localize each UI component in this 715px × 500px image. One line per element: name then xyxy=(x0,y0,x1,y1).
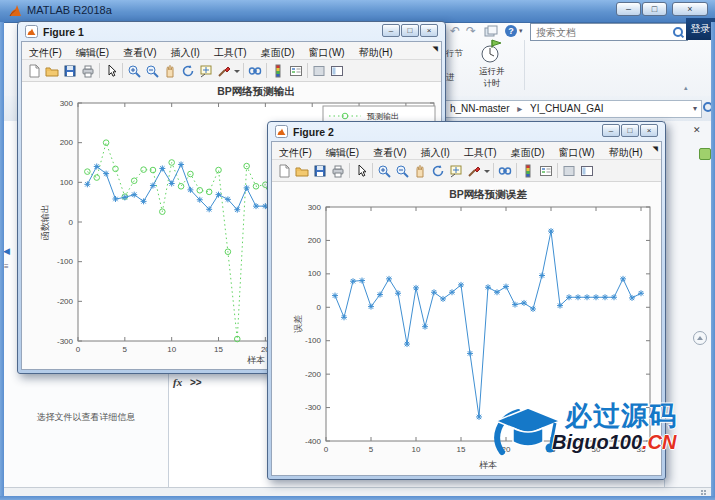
show-plot-tools-icon[interactable] xyxy=(328,64,346,78)
svg-text:10: 10 xyxy=(167,345,176,354)
search-input[interactable] xyxy=(534,25,668,39)
figure1-titlebar[interactable]: Figure 1 xyxy=(25,25,84,39)
fig2-menu-item-3[interactable]: 插入(I) xyxy=(413,144,456,160)
brush-dropdown-icon[interactable] xyxy=(233,64,241,78)
open-folder-icon[interactable] xyxy=(293,164,311,178)
ribbon-separator xyxy=(524,40,525,90)
fig1-maximize-button[interactable]: □ xyxy=(401,24,419,37)
figure2-window[interactable]: Figure 2 – □ × 文件(F)编辑(E)查看(V)插入(I)工具(T)… xyxy=(267,121,666,480)
data-cursor-icon[interactable] xyxy=(197,64,215,78)
svg-text:样本: 样本 xyxy=(479,460,497,470)
zoom-in-icon[interactable] xyxy=(375,164,393,178)
main-minimize-button[interactable]: – xyxy=(616,2,641,16)
link-plots-icon[interactable] xyxy=(496,164,514,178)
hamburger-icon[interactable]: ≡ xyxy=(4,262,9,271)
ribbon-collapse-icon[interactable]: ▴ xyxy=(684,84,688,92)
zoom-out-icon[interactable] xyxy=(143,64,161,78)
svg-text:预测输出: 预测输出 xyxy=(367,112,399,121)
brush-icon[interactable] xyxy=(215,64,233,78)
fig1-minimize-button[interactable]: – xyxy=(382,24,400,37)
insert-colorbar-icon[interactable] xyxy=(269,64,287,78)
figure2-chart: 05101520253035-400-300-200-1000100200300… xyxy=(272,182,661,476)
pointer-icon[interactable] xyxy=(352,164,370,178)
fig2-close-button[interactable]: × xyxy=(640,124,658,137)
print-icon[interactable] xyxy=(79,64,97,78)
ribbon-cut-label-2: 进 xyxy=(446,72,455,84)
fig2-menu-item-4[interactable]: 工具(T) xyxy=(457,144,504,160)
run-and-time-button[interactable]: 运行并 计时 xyxy=(466,38,518,92)
new-file-icon[interactable] xyxy=(25,64,43,78)
fig2-minimize-button[interactable]: – xyxy=(602,124,620,137)
scroll-up-button[interactable] xyxy=(693,331,707,345)
zoom-out-icon[interactable] xyxy=(393,164,411,178)
search-icon[interactable] xyxy=(673,27,683,37)
data-cursor-icon[interactable] xyxy=(447,164,465,178)
panel-close-icon[interactable]: ✕ xyxy=(693,125,701,135)
show-plot-tools-icon[interactable] xyxy=(578,164,596,178)
pan-hand-icon[interactable] xyxy=(411,164,429,178)
fig2-menu-item-0[interactable]: 文件(F) xyxy=(272,144,319,160)
fig2-menu-item-7[interactable]: 帮助(H) xyxy=(602,144,650,160)
fig2-menu-item-6[interactable]: 窗口(W) xyxy=(552,144,602,160)
undo-icon[interactable]: ↶ xyxy=(450,24,460,38)
print-icon[interactable] xyxy=(329,164,347,178)
insert-legend-icon[interactable] xyxy=(287,64,305,78)
breadcrumb-caret-icon[interactable]: ▾ xyxy=(693,101,697,117)
back-arrow-icon[interactable]: ◀ xyxy=(3,246,10,256)
fig2-menubar: 文件(F)编辑(E)查看(V)插入(I)工具(T)桌面(D)窗口(W)帮助(H)… xyxy=(272,142,661,160)
figure-icon xyxy=(275,125,288,140)
hide-plot-tools-icon[interactable] xyxy=(310,64,328,78)
fig2-menu-item-2[interactable]: 查看(V) xyxy=(366,144,413,160)
pan-hand-icon[interactable] xyxy=(161,64,179,78)
svg-text:5: 5 xyxy=(369,445,374,454)
toolbar-separator xyxy=(266,63,267,78)
fig1-menu-item-7[interactable]: 帮助(H) xyxy=(352,44,400,60)
open-folder-icon[interactable] xyxy=(43,64,61,78)
new-file-icon[interactable] xyxy=(275,164,293,178)
rotate-3d-icon[interactable] xyxy=(179,64,197,78)
svg-text:样本: 样本 xyxy=(247,355,265,365)
breadcrumb-path[interactable]: h_NN-master xyxy=(450,103,509,114)
brush-dropdown-icon[interactable] xyxy=(483,164,491,178)
fig1-menu-item-3[interactable]: 插入(I) xyxy=(163,44,206,60)
fig2-menu-item-1[interactable]: 编辑(E) xyxy=(319,144,366,160)
help-dropdown-icon[interactable]: ▾ xyxy=(519,27,523,35)
menu-overflow-icon[interactable]: ◥ xyxy=(653,145,658,153)
rotate-3d-icon[interactable] xyxy=(429,164,447,178)
link-plots-icon[interactable] xyxy=(246,64,264,78)
save-icon[interactable] xyxy=(61,64,79,78)
pointer-icon[interactable] xyxy=(102,64,120,78)
brush-icon[interactable] xyxy=(465,164,483,178)
fig1-menu-item-0[interactable]: 文件(F) xyxy=(22,44,69,60)
svg-text:0: 0 xyxy=(69,218,74,227)
fig1-menu-item-6[interactable]: 窗口(W) xyxy=(302,44,352,60)
resize-grip[interactable] xyxy=(701,490,707,495)
window-border xyxy=(0,22,4,496)
save-icon[interactable] xyxy=(311,164,329,178)
figure2-titlebar[interactable]: Figure 2 xyxy=(275,125,334,139)
main-close-button[interactable]: × xyxy=(672,2,708,16)
figure2-plot: 05101520253035-400-300-200-1000100200300… xyxy=(272,182,661,476)
insert-colorbar-icon[interactable] xyxy=(519,164,537,178)
zoom-in-icon[interactable] xyxy=(125,64,143,78)
svg-text:100: 100 xyxy=(60,178,74,187)
breadcrumb-current[interactable]: YI_CHUAN_GAI xyxy=(530,103,603,114)
fig1-menu-item-2[interactable]: 查看(V) xyxy=(116,44,163,60)
hide-plot-tools-icon[interactable] xyxy=(560,164,578,178)
insert-legend-icon[interactable] xyxy=(537,164,555,178)
fig2-maximize-button[interactable]: □ xyxy=(621,124,639,137)
toolbar-separator xyxy=(372,163,373,178)
fig2-menu-item-5[interactable]: 桌面(D) xyxy=(504,144,552,160)
toolbar-separator xyxy=(516,163,517,178)
fig1-menu-item-4[interactable]: 工具(T) xyxy=(207,44,254,60)
redo-icon[interactable]: ↷ xyxy=(466,24,476,38)
svg-text:BP网络预测误差: BP网络预测误差 xyxy=(449,188,527,200)
fig1-menu-item-1[interactable]: 编辑(E) xyxy=(69,44,116,60)
editor-status-icon xyxy=(699,148,711,160)
fig1-close-button[interactable]: × xyxy=(420,24,438,37)
svg-text:-100: -100 xyxy=(57,257,74,266)
main-maximize-button[interactable]: □ xyxy=(642,2,667,16)
fig1-menu-item-5[interactable]: 桌面(D) xyxy=(254,44,302,60)
breadcrumb[interactable]: h_NN-master ▸ YI_CHUAN_GAI ▾ xyxy=(444,100,702,118)
menu-overflow-icon[interactable]: ◥ xyxy=(433,45,438,53)
